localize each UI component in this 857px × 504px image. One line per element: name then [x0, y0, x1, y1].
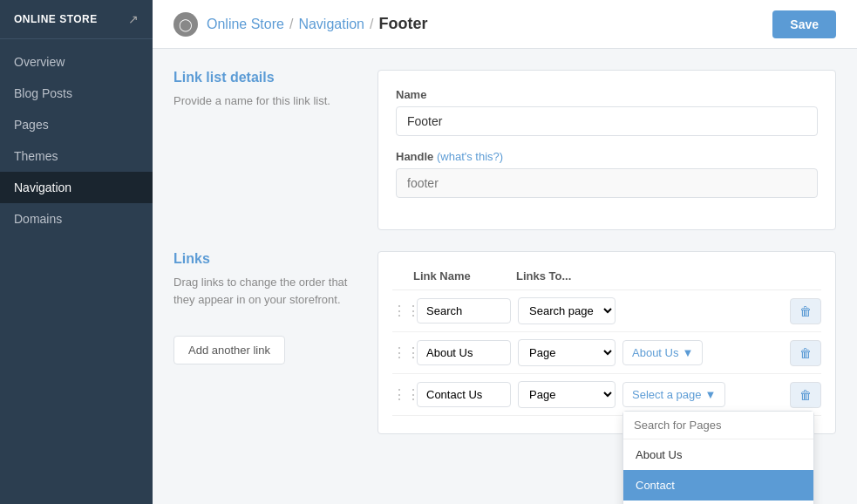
sidebar-item-navigation[interactable]: Navigation [0, 172, 153, 203]
page-select-button-contact[interactable]: Select a page ▼ [622, 382, 725, 407]
delete-link-button-about[interactable]: 🗑 [790, 340, 821, 366]
breadcrumb-current: Footer [378, 15, 427, 33]
delete-link-button-search[interactable]: 🗑 [790, 298, 821, 324]
links-title: Links [173, 251, 357, 267]
link-list-title: Link list details [173, 70, 357, 85]
links-section: Links Drag links to change the order tha… [173, 251, 836, 434]
sidebar: ONLINE STORE ↗ Overview Blog Posts Pages… [0, 0, 153, 504]
page-select-label-contact: Select a page [632, 388, 702, 401]
links-description: Links Drag links to change the order tha… [173, 251, 357, 434]
dropdown-item-frontpage[interactable]: Frontpage [623, 501, 813, 504]
link-name-input-search[interactable] [417, 298, 511, 324]
col-link-name-header: Link Name [413, 269, 509, 283]
page-select-button-about[interactable]: About Us ▼ [622, 340, 703, 365]
what-is-this-link[interactable]: (what's this?) [437, 150, 503, 163]
save-button[interactable]: Save [772, 10, 836, 38]
table-row: ⋮⋮ Page Search page Collection Home page… [392, 374, 821, 416]
sidebar-header: ONLINE STORE ↗ [0, 0, 153, 39]
content-area: Link list details Provide a name for thi… [153, 49, 857, 455]
handle-label: Handle (what's this?) [396, 150, 818, 163]
link-type-select-contact[interactable]: Page Search page Collection Home page [518, 381, 616, 408]
name-input[interactable] [396, 106, 818, 136]
external-link-icon[interactable]: ↗ [128, 12, 139, 26]
sidebar-item-themes[interactable]: Themes [0, 140, 153, 172]
link-list-description: Link list details Provide a name for thi… [173, 70, 357, 230]
store-title: ONLINE STORE [14, 13, 98, 25]
add-another-link-button[interactable]: Add another link [173, 336, 285, 364]
chevron-down-icon: ▼ [682, 346, 693, 359]
dropdown-item-contact[interactable]: Contact [623, 470, 813, 501]
page-dropdown-wrapper: Select a page ▼ About Us Contact Frontpa… [622, 382, 725, 407]
chevron-down-icon: ▼ [705, 388, 717, 401]
drag-handle-icon[interactable]: ⋮⋮ [392, 386, 410, 403]
link-list-details-section: Link list details Provide a name for thi… [173, 70, 836, 230]
compass-icon: ◯ [173, 12, 198, 37]
link-type-select-about[interactable]: Page Search page Collection Home page [518, 339, 616, 366]
links-table-header: Link Name Links To... [392, 269, 821, 290]
page-select-label-about: About Us [632, 346, 678, 359]
page-dropdown-menu: About Us Contact Frontpage [622, 411, 814, 504]
table-row: ⋮⋮ Search page Page Collection Home page… [392, 290, 821, 332]
name-label: Name [396, 88, 818, 101]
main-content: ◯ Online Store / Navigation / Footer Sav… [153, 0, 857, 504]
sidebar-nav: Overview Blog Posts Pages Themes Navigat… [0, 39, 153, 504]
col-links-to-header: Links To... [516, 269, 821, 283]
link-type-select-search[interactable]: Search page Page Collection Home page [518, 297, 616, 324]
delete-link-button-contact[interactable]: 🗑 [790, 382, 821, 408]
table-row: ⋮⋮ Page Search page Collection Home page… [392, 332, 821, 374]
sidebar-item-overview[interactable]: Overview [0, 46, 153, 78]
sidebar-item-pages[interactable]: Pages [0, 109, 153, 140]
link-name-input-contact[interactable] [417, 382, 511, 407]
breadcrumb-sep-1: / [289, 17, 293, 32]
breadcrumb-online-store[interactable]: Online Store [207, 17, 284, 32]
sidebar-item-domains[interactable]: Domains [0, 203, 153, 235]
breadcrumb: ◯ Online Store / Navigation / Footer [173, 12, 427, 37]
dropdown-search-input[interactable] [623, 412, 813, 439]
sidebar-item-blog-posts[interactable]: Blog Posts [0, 78, 153, 109]
topbar: ◯ Online Store / Navigation / Footer Sav… [153, 0, 857, 49]
link-list-description-text: Provide a name for this link list. [173, 92, 357, 110]
links-description-text: Drag links to change the order that they… [173, 274, 357, 308]
drag-handle-icon[interactable]: ⋮⋮ [392, 344, 410, 361]
breadcrumb-navigation[interactable]: Navigation [298, 17, 364, 32]
link-name-input-about[interactable] [417, 340, 511, 365]
breadcrumb-sep-2: / [370, 17, 373, 32]
link-list-card: Name Handle (what's this?) [377, 70, 836, 230]
drag-handle-icon[interactable]: ⋮⋮ [392, 303, 410, 319]
dropdown-item-about-us[interactable]: About Us [623, 439, 813, 470]
links-card: Link Name Links To... ⋮⋮ Search page Pag… [377, 251, 836, 434]
handle-input[interactable] [396, 168, 818, 198]
